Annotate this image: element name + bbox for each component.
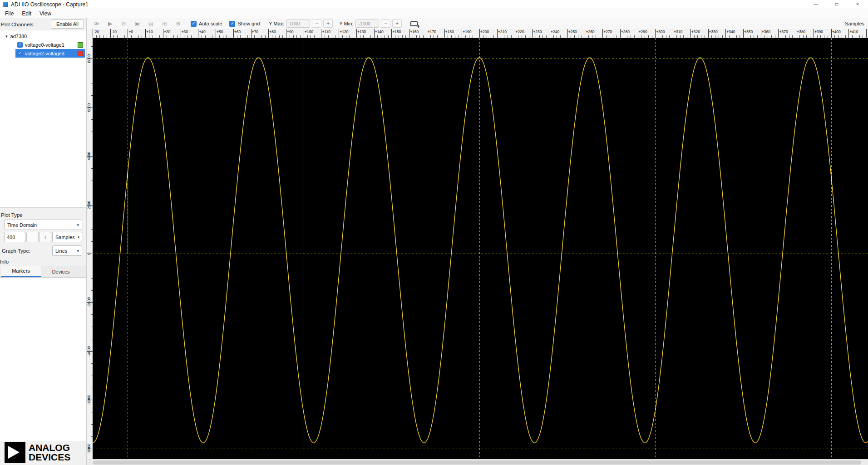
oscilloscope-plot[interactable] xyxy=(93,38,868,459)
x-tick-label: +270 xyxy=(603,29,612,34)
tree-expander-icon[interactable]: ▾ xyxy=(5,34,8,39)
x-tick xyxy=(792,35,793,38)
x-tick xyxy=(349,35,350,38)
x-tick xyxy=(606,35,607,38)
x-tick xyxy=(564,35,564,38)
graph-type-label: Graph Type: xyxy=(2,248,30,254)
x-tick xyxy=(845,35,846,38)
grid-layout-icon[interactable]: ⊞ xyxy=(159,20,170,28)
x-tick-label: +170 xyxy=(428,29,436,34)
sample-count-input[interactable] xyxy=(4,232,25,242)
x-tick xyxy=(167,35,167,38)
tab-markers[interactable]: Markers xyxy=(1,266,41,277)
x-tick xyxy=(736,35,737,38)
play-icon[interactable]: ▶ xyxy=(105,20,115,28)
channel-checkbox[interactable]: ✓ xyxy=(17,51,23,56)
auto-scale-checkbox[interactable]: ✓ Auto scale xyxy=(191,21,222,27)
y-max-decrement-button[interactable]: − xyxy=(312,20,321,28)
scrollbar-thumb[interactable] xyxy=(93,460,861,465)
toolbar-icons: ≫▶⊙▣▤⊞⊕ xyxy=(91,20,183,28)
x-tick xyxy=(441,35,441,38)
x-tick xyxy=(135,35,135,38)
x-tick-label: +210 xyxy=(498,29,507,34)
new-plot-button[interactable] xyxy=(408,19,420,28)
x-tick xyxy=(690,29,691,38)
x-tick xyxy=(276,35,276,38)
x-tick xyxy=(848,29,849,38)
x-tick xyxy=(110,29,111,38)
y-max-increment-button[interactable]: + xyxy=(323,20,333,28)
x-tick xyxy=(374,29,375,38)
x-tick xyxy=(602,29,603,38)
close-button[interactable]: × xyxy=(847,0,868,9)
minimize-button[interactable]: — xyxy=(805,0,826,9)
graph-type-select[interactable]: Lines ▾ xyxy=(52,245,82,256)
maximize-button[interactable]: □ xyxy=(826,0,847,9)
x-tick-label: +200 xyxy=(480,29,489,34)
y-min-increment-button[interactable]: + xyxy=(392,20,402,28)
tab-devices[interactable]: Devices xyxy=(41,266,81,277)
pan-icon[interactable]: ⊕ xyxy=(173,20,183,28)
x-tick xyxy=(419,35,420,38)
x-tick xyxy=(293,35,294,38)
x-tick xyxy=(304,29,304,38)
x-tick xyxy=(701,35,701,38)
channel-tree: ▾ ad7380 ✓voltage0-voltage1✓voltage2-vol… xyxy=(0,30,86,208)
channel-color-swatch[interactable] xyxy=(78,42,83,48)
capture-start-icon[interactable]: ≫ xyxy=(91,20,102,28)
auto-scale-label: Auto scale xyxy=(199,21,222,26)
x-tick xyxy=(719,35,719,38)
y-max-input[interactable] xyxy=(286,20,310,28)
x-tick xyxy=(416,35,417,38)
x-tick-label: +150 xyxy=(392,29,401,34)
x-tick xyxy=(834,35,835,38)
x-tick xyxy=(346,35,346,38)
x-tick xyxy=(181,29,181,38)
x-tick xyxy=(202,35,202,38)
x-tick xyxy=(659,35,659,38)
x-tick xyxy=(124,35,125,38)
x-tick-label: +370 xyxy=(779,29,788,34)
x-tick xyxy=(750,35,751,38)
snapshot-icon[interactable]: ⊙ xyxy=(118,20,129,28)
x-tick xyxy=(504,35,504,38)
x-tick xyxy=(624,35,624,38)
sample-unit-select[interactable]: Samples ▾ xyxy=(52,232,82,242)
x-tick xyxy=(370,35,371,38)
show-grid-checkbox[interactable]: ✓ Show grid xyxy=(229,21,260,27)
export-icon[interactable]: ▤ xyxy=(146,20,156,28)
plot-type-select[interactable]: Time Domain ▾ xyxy=(4,220,82,230)
x-tick-label: +0 xyxy=(128,29,133,34)
y-min-input[interactable] xyxy=(355,20,379,28)
channel-checkbox[interactable]: ✓ xyxy=(17,42,23,48)
checkbox-checked-icon: ✓ xyxy=(229,21,235,27)
x-tick xyxy=(258,35,258,38)
menu-file[interactable]: File xyxy=(1,10,18,17)
channel-color-swatch[interactable] xyxy=(78,51,83,56)
x-tick-label: +140 xyxy=(375,29,384,34)
menu-view[interactable]: View xyxy=(35,10,55,17)
x-tick xyxy=(117,35,118,38)
sample-count-increment-button[interactable]: + xyxy=(39,232,51,242)
x-tick xyxy=(377,35,378,38)
menu-edit[interactable]: Edit xyxy=(18,10,35,17)
device-tree-row[interactable]: ▾ ad7380 xyxy=(0,32,86,40)
x-tick xyxy=(107,35,107,38)
x-tick xyxy=(634,35,635,38)
x-tick-label: +160 xyxy=(410,29,419,34)
x-tick xyxy=(655,29,656,38)
x-tick-label: +320 xyxy=(691,29,700,34)
y-min-decrement-button[interactable]: − xyxy=(381,20,390,28)
save-plot-icon[interactable]: ▣ xyxy=(132,20,143,28)
channel-row-voltage0-voltage1[interactable]: ✓voltage0-voltage1 xyxy=(15,40,85,49)
enable-all-button[interactable]: Enable All xyxy=(51,20,84,29)
x-tick xyxy=(339,29,339,38)
sample-unit-value: Samples xyxy=(55,235,75,240)
x-tick xyxy=(451,35,452,38)
sample-count-decrement-button[interactable]: − xyxy=(26,232,39,242)
x-tick xyxy=(757,35,758,38)
horizontal-scrollbar[interactable] xyxy=(87,459,868,465)
x-tick-label: +190 xyxy=(463,29,471,34)
channel-row-voltage2-voltage3[interactable]: ✓voltage2-voltage3 xyxy=(15,49,85,58)
x-tick xyxy=(852,35,853,38)
